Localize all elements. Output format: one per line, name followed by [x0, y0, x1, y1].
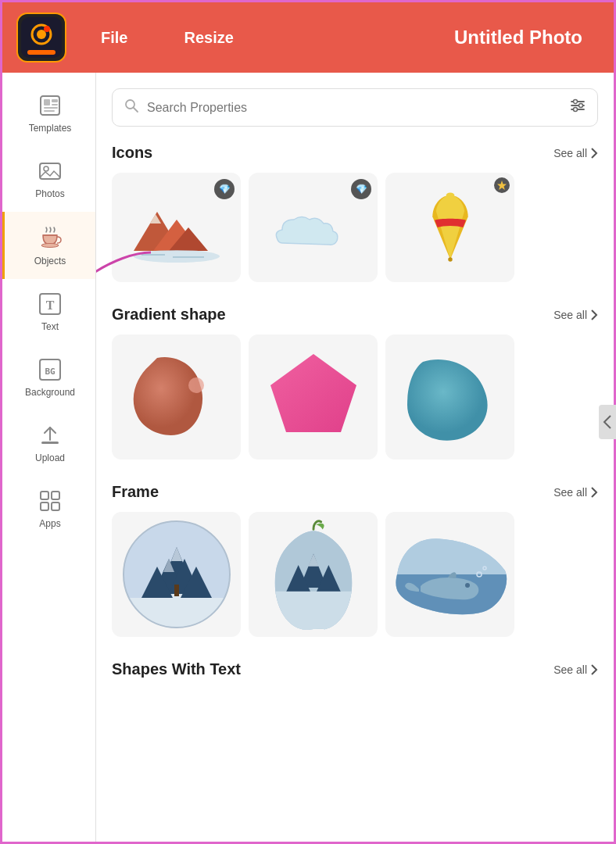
svg-point-30 [574, 108, 578, 112]
sidebar-item-background[interactable]: BG Background [2, 345, 95, 410]
premium-badge-3 [494, 177, 510, 193]
svg-rect-6 [44, 99, 50, 106]
icons-section: Icons See all 💎 [112, 144, 598, 282]
frame-card-whale[interactable] [385, 512, 514, 637]
filter-icon[interactable] [569, 97, 586, 118]
svg-line-24 [134, 108, 138, 112]
svg-point-23 [126, 100, 134, 109]
icons-grid: 💎 [112, 173, 598, 282]
main-area: Templates Photos [2, 73, 614, 844]
frame-card-winter-forest[interactable] [112, 512, 241, 637]
sidebar-item-text[interactable]: T Text [2, 279, 95, 345]
svg-point-62 [465, 583, 470, 588]
resize-menu[interactable]: Resize [156, 2, 261, 73]
svg-rect-59 [260, 592, 366, 633]
svg-point-35 [448, 257, 452, 261]
svg-point-37 [188, 377, 204, 393]
frame-section: Frame See all [112, 483, 598, 637]
document-title: Untitled Photo [454, 27, 606, 48]
templates-icon [38, 93, 63, 118]
svg-point-12 [44, 166, 48, 171]
svg-rect-21 [41, 502, 48, 510]
svg-rect-51 [174, 585, 179, 596]
topbar-nav: File Resize [73, 2, 454, 73]
photos-icon [38, 159, 63, 184]
svg-point-28 [574, 100, 578, 104]
svg-rect-4 [27, 50, 56, 55]
shapes-with-text-title: Shapes With Text [112, 660, 241, 678]
svg-rect-22 [52, 502, 59, 510]
svg-rect-7 [52, 99, 58, 102]
frame-section-header: Frame See all [112, 483, 598, 501]
svg-rect-11 [40, 163, 60, 179]
search-icon [124, 98, 139, 117]
apps-icon [38, 488, 63, 513]
search-bar [112, 88, 598, 127]
shapes-with-text-header: Shapes With Text See all [112, 660, 598, 678]
apps-label: Apps [39, 518, 60, 529]
sidebar-item-objects[interactable]: Objects [2, 212, 95, 279]
background-label: Background [25, 387, 75, 398]
shape-card-blob-brown[interactable] [112, 334, 241, 460]
search-input[interactable] [147, 101, 561, 115]
collapse-sidebar-button[interactable] [599, 405, 614, 439]
text-icon: T [38, 291, 63, 316]
gradient-shape-see-all[interactable]: See all [553, 309, 598, 321]
svg-rect-18 [41, 442, 59, 444]
svg-rect-10 [44, 110, 55, 112]
icons-section-header: Icons See all [112, 144, 598, 162]
svg-rect-8 [52, 104, 58, 106]
sidebar-item-upload[interactable]: Upload [2, 410, 95, 476]
svg-text:BG: BG [45, 367, 56, 377]
content-area: Icons See all 💎 [96, 73, 614, 844]
svg-rect-19 [41, 492, 48, 499]
logo[interactable] [10, 6, 73, 69]
shapes-with-text-see-all[interactable]: See all [553, 663, 598, 676]
shape-card-blob-teal[interactable] [385, 334, 514, 460]
svg-rect-9 [44, 107, 58, 109]
logo-image [16, 13, 66, 63]
gradient-shape-section: Gradient shape See all [112, 306, 598, 460]
icon-card-cloud[interactable]: 💎 [249, 173, 378, 282]
file-menu[interactable]: File [73, 2, 156, 73]
icon-card-mountain[interactable]: 💎 [112, 173, 241, 282]
photos-label: Photos [35, 188, 64, 199]
icon-card-spinning-top[interactable] [385, 173, 514, 282]
upload-icon [38, 423, 63, 448]
frame-see-all[interactable]: See all [553, 486, 598, 499]
icons-see-all[interactable]: See all [553, 147, 598, 159]
svg-point-29 [579, 104, 583, 108]
svg-text:T: T [46, 299, 55, 312]
svg-point-36 [446, 192, 454, 198]
background-icon: BG [38, 357, 63, 382]
shape-card-pentagon-pink[interactable] [249, 334, 378, 460]
templates-label: Templates [29, 123, 72, 134]
frame-section-title: Frame [112, 483, 159, 501]
objects-label: Objects [34, 256, 66, 266]
gradient-shapes-grid [112, 334, 598, 460]
gradient-shape-section-header: Gradient shape See all [112, 306, 598, 324]
svg-marker-38 [270, 354, 356, 432]
svg-marker-34 [497, 181, 507, 190]
frame-grid [112, 512, 598, 637]
frame-card-apple[interactable] [249, 512, 378, 637]
svg-rect-20 [52, 492, 59, 499]
svg-point-3 [44, 26, 50, 32]
sidebar-item-templates[interactable]: Templates [2, 80, 95, 146]
svg-point-31 [134, 250, 220, 263]
upload-label: Upload [35, 452, 65, 463]
premium-badge-1: 💎 [214, 179, 235, 199]
icons-section-title: Icons [112, 144, 152, 162]
text-label: Text [41, 321, 59, 332]
gradient-shape-title: Gradient shape [112, 306, 226, 324]
svg-point-13 [41, 244, 59, 248]
sidebar: Templates Photos [2, 73, 96, 844]
sidebar-item-photos[interactable]: Photos [2, 146, 95, 212]
premium-badge-2: 💎 [351, 179, 371, 199]
sidebar-item-apps[interactable]: Apps [2, 476, 95, 542]
topbar: File Resize Untitled Photo [2, 2, 614, 73]
objects-icon [37, 224, 63, 251]
shapes-with-text-section: Shapes With Text See all [112, 660, 598, 678]
